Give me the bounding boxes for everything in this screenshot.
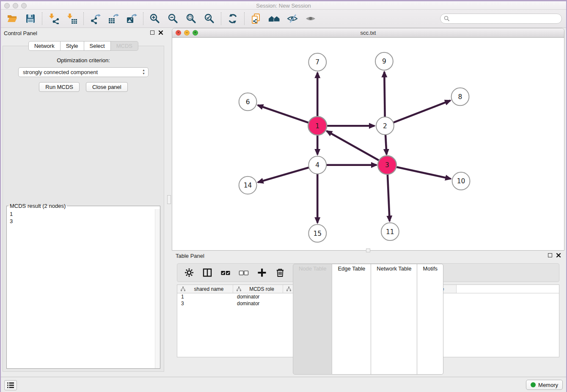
edge-4-14[interactable] [258,165,318,182]
node-10[interactable]: 10 [452,172,470,190]
result-scrollbar[interactable] [155,209,160,368]
svg-text:7: 7 [315,58,319,66]
tab-style[interactable]: Style [61,41,84,51]
tab-edge-table[interactable]: Edge Table [332,264,371,375]
node-8[interactable]: 8 [451,88,469,106]
zoom-in-icon[interactable] [148,11,162,26]
search-input[interactable] [452,16,561,22]
table-tabs: Node TableEdge TableNetwork TableMotifs [172,264,564,375]
svg-text:14: 14 [244,182,252,189]
svg-text:8: 8 [458,93,462,101]
svg-text:4: 4 [315,161,319,169]
network-window-title: scc.txt [172,30,564,36]
svg-text:11: 11 [386,228,394,236]
optimization-criterion-label: Optimization criterion: [3,57,164,63]
tab-node-table[interactable]: Node Table [293,264,333,375]
close-panel-button[interactable]: Close panel [86,82,128,92]
edge-3-1[interactable] [327,131,387,165]
toolbar-separator [143,12,143,25]
memory-button[interactable]: Memory [526,380,563,390]
list-icon [6,381,15,389]
status-bar: Memory [0,377,567,392]
vertical-splitter-grip[interactable] [167,195,171,204]
svg-text:15: 15 [313,230,322,237]
hide-selected-icon[interactable] [285,11,300,26]
network-canvas[interactable]: 7968124314101511 [172,38,564,250]
refresh-icon[interactable] [226,11,240,26]
app-title: Session: New Session [0,3,567,9]
toolbar-separator [221,12,221,25]
control-panel: Control Panel NetworkStyleSelectMCDS Opt… [0,28,167,377]
mcds-result-value: 3 [10,218,152,225]
node-2[interactable]: 2 [376,117,394,135]
main-toolbar [0,10,567,28]
node-6[interactable]: 6 [239,93,257,110]
export-image-icon[interactable] [124,11,139,26]
app-titlebar: Session: New Session [0,1,567,10]
select-stepper-icon: ▲▼ [142,69,145,75]
run-mcds-button[interactable]: Run MCDS [39,82,80,92]
node-3[interactable]: 3 [378,156,396,174]
application-window: Session: New Session [0,0,567,392]
search-icon [444,16,450,22]
clone-network-icon[interactable] [249,11,263,26]
import-table-icon[interactable] [65,11,79,26]
close-table-panel-icon[interactable] [556,253,561,258]
tab-network[interactable]: Network [28,41,61,51]
mcds-panel: Optimization criterion: strongly connect… [3,46,164,372]
horizontal-splitter-grip[interactable] [366,248,370,252]
edge-2-8[interactable] [385,100,450,126]
window-border-left [0,0,1,392]
toolbar-separator [42,12,42,25]
zoom-fit-icon[interactable] [184,11,198,26]
table-panel-title: Table Panel [176,253,204,259]
zoom-selected-icon[interactable] [202,11,217,26]
mcds-result-box: MCDS result (2 nodes) 13 [6,203,160,369]
svg-text:1: 1 [315,122,319,130]
search-field[interactable] [440,14,562,24]
memory-label: Memory [538,382,558,388]
svg-text:3: 3 [385,161,389,169]
tab-select[interactable]: Select [84,41,111,51]
toolbar-separator [83,12,84,25]
open-session-icon[interactable] [5,11,19,26]
float-panel-icon[interactable] [150,30,154,35]
node-15[interactable]: 15 [308,224,326,242]
mcds-result-value: 1 [10,210,152,218]
mcds-result-title: MCDS result (2 nodes) [8,203,67,209]
show-all-icon[interactable] [303,11,318,26]
node-9[interactable]: 9 [375,52,393,70]
svg-text:10: 10 [457,177,465,185]
first-neighbors-icon[interactable] [267,11,281,26]
zoom-out-icon[interactable] [166,11,180,26]
window-border-top [0,0,567,1]
tab-mcds[interactable]: MCDS [111,41,138,51]
control-panel-title: Control Panel [4,30,37,36]
float-table-panel-icon[interactable] [548,253,552,257]
control-panel-header: Control Panel [0,28,167,38]
close-panel-icon[interactable] [158,30,163,35]
node-7[interactable]: 7 [308,53,326,71]
tab-motifs[interactable]: Motifs [417,264,443,375]
node-1[interactable]: 1 [308,116,327,135]
svg-text:9: 9 [382,58,386,65]
task-history-button[interactable] [4,380,17,390]
mcds-result-values: 13 [7,209,155,368]
control-panel-tabs: NetworkStyleSelectMCDS [0,41,167,51]
save-session-icon[interactable] [23,11,38,26]
toolbar-separator [244,12,245,25]
criterion-select[interactable]: strongly connected component ▲▼ [18,67,149,77]
import-network-icon[interactable] [47,11,61,26]
memory-status-icon [531,382,536,387]
svg-text:6: 6 [246,98,250,106]
svg-text:2: 2 [383,122,387,130]
criterion-value: strongly connected component [23,69,98,75]
export-table-icon[interactable] [106,11,121,26]
network-window-titlebar: ✕ − + scc.txt [172,28,564,38]
export-network-icon[interactable] [88,11,102,26]
node-11[interactable]: 11 [381,223,399,240]
tab-network-table[interactable]: Network Table [371,264,417,375]
table-panel: Table Panel [172,251,564,377]
node-4[interactable]: 4 [308,156,326,174]
node-14[interactable]: 14 [239,177,257,194]
